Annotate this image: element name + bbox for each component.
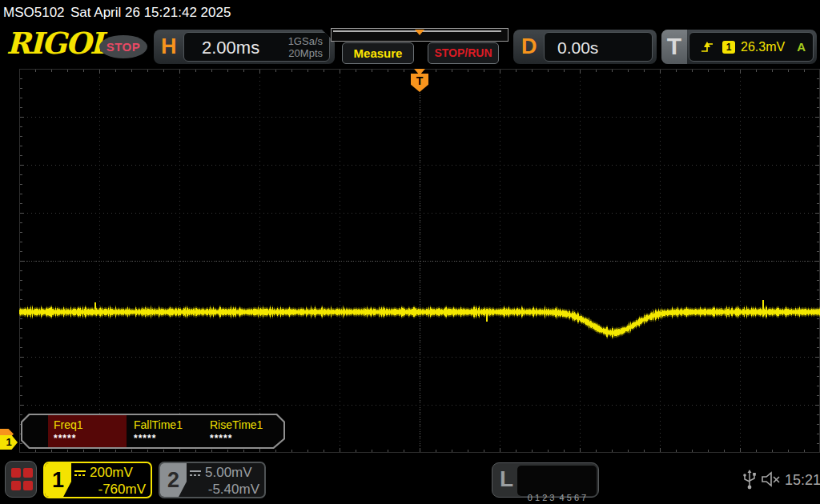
- channel1-scale: 200mV: [90, 465, 133, 481]
- trigger-source-badge: 1: [722, 41, 735, 54]
- channel2-offset: -5.40mV: [189, 482, 259, 498]
- stop-run-button[interactable]: STOP/RUN: [428, 42, 499, 64]
- measurement-freq1[interactable]: Freq1 *****: [48, 415, 127, 447]
- measurement-value: *****: [134, 433, 156, 444]
- horizontal-timebase-widget[interactable]: H 2.00ms 1GSa/s 20Mpts: [154, 30, 335, 64]
- model-name: MSO5102: [3, 5, 65, 21]
- measurement-panel: Freq1 ***** FallTime1 ***** RiseTime1 **…: [21, 414, 285, 449]
- top-status-bar: MSO5102 Sat April 26 15:21:42 2025: [0, 0, 820, 24]
- logic-analyzer-status[interactable]: L 0 1 2 3 4 5 6 7 8 9 10 11 12 13 14 15: [492, 462, 599, 498]
- rigol-logo: RIGOL: [6, 26, 109, 61]
- dc-coupling-icon: [189, 469, 202, 478]
- measurement-value: *****: [54, 433, 76, 444]
- measure-button[interactable]: Measure: [342, 42, 414, 64]
- channel1-offset-marker[interactable]: 1: [0, 435, 18, 450]
- dc-coupling-icon: [74, 469, 86, 478]
- measurement-value: *****: [210, 433, 232, 444]
- logic-analyzer-label: L: [500, 466, 513, 492]
- trigger-widget[interactable]: T 1 26.3mV A: [661, 30, 817, 64]
- measurement-falltime1[interactable]: FallTime1 *****: [128, 415, 204, 447]
- measurement-label: RiseTime1: [210, 418, 263, 431]
- menu-grid-icon: [11, 468, 21, 478]
- oscilloscope-screen: MSO5102 Sat April 26 15:21:42 2025 RIGOL…: [0, 0, 820, 504]
- usb-icon: [743, 470, 756, 490]
- digital-channels-row1: 0 1 2 3 4 5 6 7: [517, 492, 597, 503]
- delay-value: 0.00s: [557, 38, 598, 58]
- memory-depth: 20Mpts: [288, 47, 323, 59]
- trigger-mode: A: [797, 40, 806, 54]
- trigger-label: T: [661, 30, 687, 64]
- speaker-muted-icon[interactable]: [761, 470, 782, 488]
- channel1-number: 1: [45, 463, 71, 497]
- run-state-badge: STOP: [99, 35, 147, 58]
- channel2-status[interactable]: 2 5.00mV -5.40mV: [159, 462, 266, 498]
- channel2-number: 2: [160, 463, 187, 497]
- measurement-risetime1[interactable]: RiseTime1 *****: [204, 415, 280, 447]
- main-menu-button[interactable]: [5, 461, 37, 498]
- delay-widget[interactable]: D 0.00s: [513, 30, 657, 64]
- measurement-label: Freq1: [54, 418, 83, 431]
- sample-rate: 1GSa/s: [288, 35, 323, 47]
- memory-position-bar[interactable]: [331, 28, 508, 42]
- horizontal-label: H: [161, 34, 177, 59]
- channel1-status[interactable]: 1 200mV -760mV: [43, 462, 152, 498]
- waveform-display[interactable]: [19, 69, 820, 453]
- header-bar: RIGOL STOP H 2.00ms 1GSa/s 20Mpts Measur…: [0, 24, 820, 69]
- trigger-position-indicator: [415, 30, 424, 35]
- channel1-offset: -760mV: [74, 482, 146, 498]
- datetime-text: Sat April 26 15:21:42 2025: [70, 5, 231, 21]
- channel2-scale: 5.00mV: [205, 465, 252, 481]
- clock: 15:21: [785, 472, 820, 489]
- trigger-slope-icon: [701, 41, 714, 54]
- measurement-label: FallTime1: [134, 418, 183, 431]
- delay-label: D: [521, 34, 537, 59]
- timebase-value: 2.00ms: [202, 38, 259, 58]
- trigger-level-value: 26.3mV: [741, 40, 785, 54]
